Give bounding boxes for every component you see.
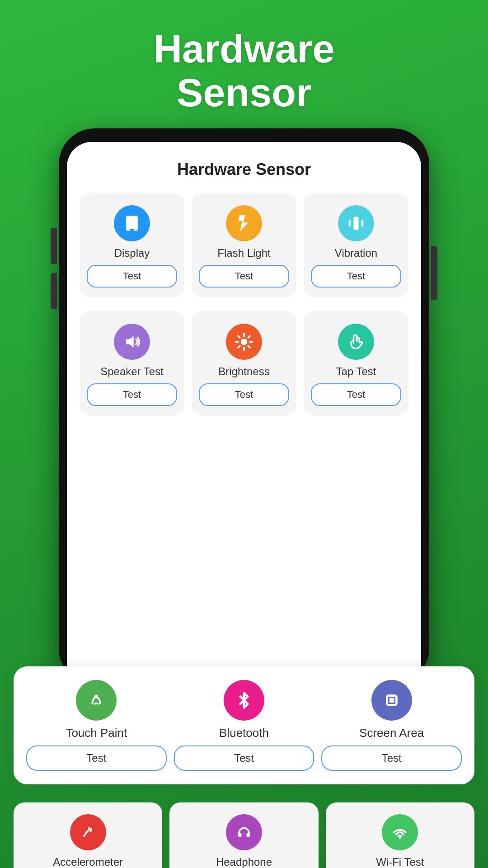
headphone-icon xyxy=(226,814,262,850)
accelerometer-icon xyxy=(70,814,106,850)
app-header: Hardware Sensor xyxy=(0,0,488,128)
card-display: Display Test xyxy=(80,193,184,297)
speaker-test-label: Speaker Test xyxy=(100,365,164,378)
tap-test-icon xyxy=(338,324,374,360)
svg-line-13 xyxy=(248,336,250,338)
vibration-test-button[interactable]: Test xyxy=(311,265,401,288)
screen-area-label: Screen Area xyxy=(359,726,424,740)
accelerometer-label: Accelerometer xyxy=(53,856,123,868)
headphone-label: Headphone xyxy=(216,856,272,868)
display-icon xyxy=(114,205,150,241)
card-brightness: Brightness Test xyxy=(192,311,296,416)
phone-screen: Hardware Sensor Display Test Flash Light xyxy=(67,142,421,684)
touch-paint-test-button[interactable]: Test xyxy=(26,745,167,771)
last-row: Accelerometer Test Headphone Test xyxy=(0,793,488,868)
screen-area-test-button[interactable]: Test xyxy=(321,745,462,771)
svg-line-12 xyxy=(248,346,250,348)
svg-line-11 xyxy=(238,336,240,338)
svg-rect-4 xyxy=(361,220,364,226)
screen-area-icon xyxy=(371,680,412,721)
flash-light-label: Flash Light xyxy=(217,247,270,259)
touch-paint-icon xyxy=(76,680,117,721)
card-screen-area: Screen Area Test xyxy=(321,680,462,771)
tap-test-button[interactable]: Test xyxy=(311,383,401,406)
bluetooth-icon xyxy=(224,680,264,721)
svg-rect-2 xyxy=(354,217,359,230)
bluetooth-label: Bluetooth xyxy=(219,726,269,740)
brightness-icon xyxy=(226,324,262,360)
flash-light-icon xyxy=(226,205,262,241)
wifi-test-icon xyxy=(382,814,418,850)
svg-rect-1 xyxy=(130,229,135,231)
svg-point-26 xyxy=(399,836,401,838)
svg-rect-3 xyxy=(349,220,352,226)
screen-title: Hardware Sensor xyxy=(67,142,421,188)
display-label: Display xyxy=(114,247,150,259)
bottom-grid: Touch Paint Test Bluetooth Test xyxy=(26,680,462,771)
vibration-icon xyxy=(338,205,374,241)
svg-rect-24 xyxy=(246,833,249,837)
bottom-section: Touch Paint Test Bluetooth Test xyxy=(14,666,474,784)
vibration-label: Vibration xyxy=(335,247,377,259)
svg-point-16 xyxy=(94,694,98,698)
brightness-label: Brightness xyxy=(218,365,269,378)
card-accelerometer: Accelerometer Test xyxy=(14,802,162,868)
speaker-test-icon xyxy=(114,324,150,360)
flash-light-test-button[interactable]: Test xyxy=(199,265,289,288)
svg-point-15 xyxy=(87,691,106,710)
grid-row-1: Display Test Flash Light Test xyxy=(67,188,421,307)
bluetooth-test-button[interactable]: Test xyxy=(174,745,314,771)
speaker-test-button[interactable]: Test xyxy=(87,383,177,406)
svg-point-21 xyxy=(80,824,96,840)
touch-paint-label: Touch Paint xyxy=(66,726,127,740)
card-wifi-test: Wi-Fi Test Test xyxy=(326,802,474,868)
svg-marker-5 xyxy=(126,336,134,348)
svg-point-6 xyxy=(241,338,248,345)
phone-frame: Hardware Sensor Display Test Flash Light xyxy=(59,128,429,684)
card-speaker-test: Speaker Test Test xyxy=(80,311,184,416)
card-tap-test: Tap Test Test xyxy=(304,311,408,416)
display-test-button[interactable]: Test xyxy=(87,265,177,288)
svg-rect-0 xyxy=(126,216,138,231)
svg-point-22 xyxy=(236,824,253,840)
svg-rect-23 xyxy=(238,833,241,837)
svg-line-14 xyxy=(238,346,240,348)
app-title: Hardware Sensor xyxy=(18,27,470,115)
card-vibration: Vibration Test xyxy=(304,193,408,297)
tap-test-label: Tap Test xyxy=(336,365,376,378)
grid-row-2: Speaker Test Test xyxy=(67,307,421,425)
card-touch-paint: Touch Paint Test xyxy=(26,680,167,771)
svg-rect-20 xyxy=(389,698,394,702)
card-bluetooth: Bluetooth Test xyxy=(174,680,314,771)
wifi-test-label: Wi-Fi Test xyxy=(376,856,424,868)
card-flash-light: Flash Light Test xyxy=(192,193,296,297)
card-headphone: Headphone Test xyxy=(169,802,318,868)
brightness-test-button[interactable]: Test xyxy=(199,383,289,406)
